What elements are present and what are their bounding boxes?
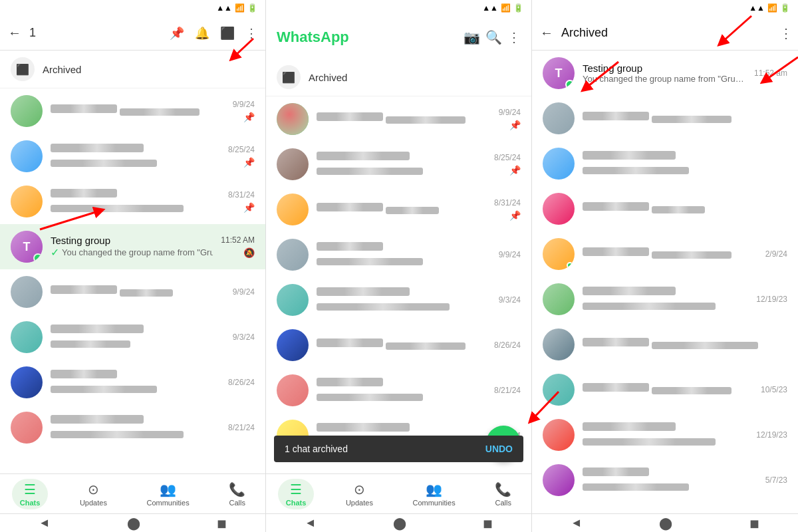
chat-preview-blur (120, 289, 173, 297)
mute-icon[interactable]: 🔔 (192, 23, 212, 43)
nav-updates-2[interactable]: ⊙ Updates (338, 479, 381, 509)
chat-item[interactable]: 12/19/23 (532, 277, 798, 322)
recents-gesture-2[interactable]: ◼ (483, 516, 493, 531)
chat-item[interactable]: 8/26/24 (266, 323, 531, 368)
archive-icon[interactable]: ⬛ (217, 23, 237, 43)
avatar (543, 374, 575, 406)
chat-item[interactable]: 9/9/24 (266, 232, 531, 277)
chat-preview-blur (51, 431, 184, 438)
avatar (277, 284, 309, 316)
chat-content (51, 415, 220, 441)
avatar-testing-group-3: T (543, 57, 575, 89)
nav-calls-2[interactable]: 📞 Calls (487, 479, 519, 509)
undo-button[interactable]: UNDO (485, 444, 513, 454)
pin-indicator: 📌 (509, 120, 521, 130)
chat-meta: 12/19/23 (756, 295, 787, 304)
pin-indicator: 📌 (243, 112, 255, 122)
chat-preview-blur (51, 160, 157, 167)
chat-item[interactable]: 5/7/23 (532, 458, 798, 503)
chat-content (317, 378, 486, 404)
chat-item[interactable] (532, 96, 798, 141)
chat-time: 9/3/24 (499, 295, 521, 305)
chat-item[interactable]: 9/9/24 (0, 269, 265, 315)
nav-chats-2[interactable]: ☰ Chats (278, 479, 315, 509)
chat-time: 8/21/24 (494, 386, 521, 395)
nav-communities-2[interactable]: 👥 Communities (404, 479, 463, 509)
chat-item[interactable] (532, 141, 798, 186)
chat-preview-blur (583, 483, 689, 491)
wifi-icon: 📶 (767, 3, 777, 13)
nav-calls-1[interactable]: 📞 Calls (221, 479, 253, 509)
chat-item[interactable]: 8/25/24 📌 (266, 142, 531, 187)
chat-item[interactable] (532, 186, 798, 231)
chat-meta: 10/5/23 (761, 385, 787, 394)
home-gesture-2[interactable]: ⬤ (393, 516, 406, 531)
calls-label-1: Calls (229, 499, 245, 507)
chat-time: 8/25/24 (494, 153, 521, 162)
avatar (277, 148, 309, 180)
back-button-3[interactable]: ← (537, 23, 556, 43)
nav-updates-1[interactable]: ⊙ Updates (72, 479, 115, 509)
chat-item[interactable]: 9/3/24 (266, 277, 531, 323)
chat-content (51, 144, 220, 170)
chat-time: 5/7/23 (765, 475, 787, 485)
chat-item[interactable]: 8/31/24 📌 (0, 179, 265, 224)
avatar (277, 103, 309, 135)
chat-item[interactable]: 8/26/24 (0, 360, 265, 405)
status-bar-1: ▲▲ 📶 🔋 (0, 0, 265, 16)
communities-label-2: Communities (412, 499, 455, 507)
pin-icon[interactable]: 📌 (167, 23, 187, 43)
chat-preview-blur (583, 438, 716, 446)
chat-item[interactable]: 8/25/24 📌 (0, 134, 265, 179)
chat-time: 9/3/24 (233, 332, 255, 342)
chat-item[interactable]: 8/21/24 (0, 405, 265, 450)
avatar (543, 329, 575, 360)
archive-box-icon-2: ⬛ (277, 65, 301, 89)
chat-item[interactable] (532, 322, 798, 367)
chat-item-testing-group-3[interactable]: T Testing group You changed the group na… (532, 51, 798, 96)
chat-name-blur (583, 422, 676, 431)
chat-preview-blur (386, 207, 439, 214)
camera-icon[interactable]: 📷 (464, 29, 480, 45)
chat-item[interactable]: 2/9/24 (532, 231, 798, 277)
chat-item[interactable]: 8/31/24 📌 (266, 187, 531, 232)
chat-item[interactable]: 10/5/23 (532, 367, 798, 412)
status-icons-3: ▲▲ 📶 🔋 (749, 3, 790, 13)
nav-chats-1[interactable]: ☰ Chats (12, 479, 49, 509)
chat-item[interactable]: 12/19/23 (532, 412, 798, 458)
nav-communities-1[interactable]: 👥 Communities (138, 479, 197, 509)
chat-item[interactable]: 9/9/24 📌 (0, 88, 265, 134)
back-gesture[interactable]: ◄ (39, 516, 51, 530)
back-button-1[interactable]: ← (5, 23, 24, 43)
chat-content (51, 104, 225, 118)
chat-item[interactable]: 9/3/24 (0, 315, 265, 360)
back-gesture-2[interactable]: ◄ (305, 516, 317, 530)
battery-icon: 🔋 (780, 3, 790, 13)
home-gesture[interactable]: ⬤ (127, 516, 140, 531)
chat-content-testing-3: Testing group You changed the group name… (583, 63, 746, 84)
chat-item[interactable]: 9/9/24 📌 (266, 96, 531, 142)
avatar (543, 283, 575, 315)
recents-gesture-3[interactable]: ◼ (749, 516, 759, 531)
pin-indicator: 📌 (509, 165, 521, 176)
battery-icon: 🔋 (247, 3, 257, 13)
more-icon[interactable]: ⋮ (243, 23, 260, 43)
menu-icon[interactable]: ⋮ (507, 29, 521, 45)
chat-item[interactable]: 8/21/24 (266, 368, 531, 413)
gesture-bar-2: ◄ ⬤ ◼ (266, 513, 531, 532)
chat-time: 2/9/24 (765, 249, 787, 259)
chat-name-blur (51, 325, 144, 333)
chat-content-testing: Testing group ✓ You changed the group na… (51, 235, 213, 259)
archived-row-2[interactable]: ⬛ Archived (266, 59, 531, 96)
chat-item-testing-group[interactable]: T Testing group ✓ You changed the group … (0, 224, 265, 269)
archived-row-1[interactable]: ⬛ Archived (0, 51, 265, 88)
search-icon[interactable]: 🔍 (485, 29, 502, 45)
archived-header: ← Archived ⋮ (532, 16, 798, 51)
more-menu-3[interactable]: ⋮ (779, 25, 793, 41)
status-bar-2: ▲▲ 📶 🔋 (266, 0, 531, 16)
chat-content (583, 422, 748, 448)
back-gesture-3[interactable]: ◄ (571, 516, 583, 530)
recents-gesture[interactable]: ◼ (217, 516, 227, 531)
chat-list-3: T Testing group You changed the group na… (532, 51, 798, 513)
home-gesture-3[interactable]: ⬤ (659, 516, 672, 531)
